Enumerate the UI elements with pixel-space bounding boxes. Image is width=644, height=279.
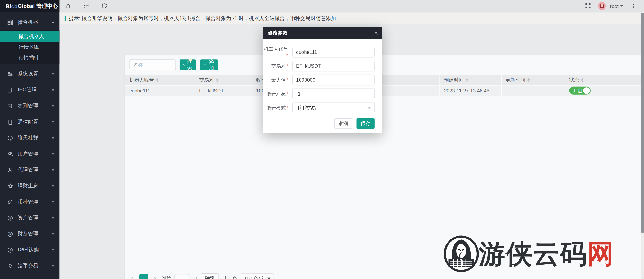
cancel-button[interactable]: 取消 bbox=[334, 118, 352, 129]
field-target: 撮合对象* bbox=[263, 89, 382, 99]
scrollbar-thumb[interactable] bbox=[641, 13, 644, 233]
sidebar-item-assets[interactable]: $ 资产管理 bbox=[0, 210, 59, 226]
field-pair: 交易对* bbox=[263, 61, 382, 71]
fullscreen-icon[interactable] bbox=[582, 0, 594, 12]
clock-icon bbox=[7, 247, 13, 253]
notice-accent-bar bbox=[65, 16, 66, 21]
required-mark: * bbox=[286, 53, 288, 59]
svg-text:$: $ bbox=[9, 216, 11, 220]
column-header-pair[interactable]: 交易对 bbox=[195, 75, 252, 85]
sort-icon[interactable] bbox=[466, 78, 468, 82]
sidebar-item-checkin[interactable]: 签到管理 bbox=[0, 98, 59, 114]
notice-text: 提示: 撮合引擎说明，撮合对象为账号时，机器人1对1撮合，撮合对象为 -1 时，… bbox=[68, 15, 336, 22]
sidebar-item-finance[interactable]: ¥ 财务管理 bbox=[0, 226, 59, 242]
sort-icon[interactable] bbox=[156, 78, 158, 82]
sidebar-item-pin[interactable]: 行情插针 bbox=[0, 53, 59, 63]
save-button[interactable]: 保存 bbox=[356, 118, 374, 129]
field-robot-account: 机器人账号* bbox=[263, 47, 382, 57]
home-icon[interactable] bbox=[62, 0, 75, 12]
modal-body: 机器人账号* 交易对* 最大值* 撮合对象* 撮合模式* 币币交易 bbox=[263, 39, 382, 113]
column-header-created[interactable]: 创建时间 bbox=[440, 75, 502, 85]
column-header-account[interactable]: 机器人账号 bbox=[125, 75, 195, 85]
sort-icon[interactable] bbox=[527, 78, 530, 82]
pair-input[interactable] bbox=[292, 61, 375, 71]
search-input[interactable] bbox=[129, 59, 176, 70]
plus-icon bbox=[204, 62, 207, 67]
table-row: cuohe111 ETH/USDT 1000000 -1 2023-11-27 … bbox=[125, 86, 644, 96]
sidebar-item-users[interactable]: 用户管理 bbox=[0, 146, 59, 162]
chevron-down-icon bbox=[51, 233, 54, 235]
edit-params-modal: 修改参数 × 机器人账号* 交易对* 最大值* 撮合对象* 撮合模式* bbox=[263, 27, 382, 133]
vertical-scrollbar[interactable] bbox=[641, 12, 644, 279]
yen-icon: ¥ bbox=[7, 231, 13, 237]
search-button[interactable]: 搜索 bbox=[180, 59, 196, 70]
chevron-down-icon bbox=[51, 201, 54, 203]
close-icon[interactable]: × bbox=[374, 30, 378, 36]
modal-title: 修改参数 bbox=[268, 29, 374, 36]
user-menu[interactable]: root bbox=[610, 3, 624, 9]
refresh-icon[interactable] bbox=[98, 0, 111, 12]
cell-status: 开启 bbox=[565, 86, 629, 96]
goto-page-input[interactable] bbox=[174, 274, 189, 279]
sidebar-item-kline[interactable]: 行情 K线 bbox=[0, 42, 59, 52]
sidebar-item-coins[interactable]: 币种管理 bbox=[0, 194, 59, 210]
modal-footer: 取消 保存 bbox=[334, 118, 375, 129]
star-icon bbox=[7, 183, 13, 189]
table-header: 机器人账号 交易对 数量最大值 撮合对象 bbox=[125, 75, 644, 85]
column-header-status[interactable]: 状态 bbox=[565, 75, 629, 85]
doc-edit-icon bbox=[7, 87, 13, 93]
chevron-down-icon bbox=[267, 277, 270, 279]
sliders-icon bbox=[7, 71, 13, 77]
goto-suffix: 页 bbox=[193, 275, 198, 279]
status-toggle[interactable]: 开启 bbox=[569, 87, 591, 95]
next-page-icon[interactable] bbox=[151, 274, 158, 279]
sidebar-item-communication[interactable]: 通信配置 bbox=[0, 114, 59, 130]
chevron-down-icon bbox=[51, 169, 54, 171]
sidebar-item-matching-robot[interactable]: 撮合机器人 bbox=[0, 31, 59, 42]
sidebar-item-wealth[interactable]: 理财生息 bbox=[0, 178, 59, 194]
user-icon bbox=[7, 167, 13, 173]
sidebar-submenu: 撮合机器人 行情 K线 行情插针 bbox=[0, 30, 59, 64]
sidebar-nav: 撮合机器 撮合机器人 行情 K线 行情插针 系统设置 bbox=[0, 12, 59, 279]
more-vertical-icon[interactable] bbox=[628, 0, 640, 12]
chevron-down-icon bbox=[51, 73, 54, 75]
avatar[interactable] bbox=[598, 2, 606, 10]
chevron-up-icon bbox=[51, 21, 54, 23]
column-header-mode bbox=[377, 75, 440, 85]
page-size-select[interactable]: 100 条/页 bbox=[241, 273, 274, 279]
chevron-down-icon bbox=[620, 5, 623, 7]
page-number[interactable]: 1 bbox=[139, 274, 148, 279]
sort-icon[interactable] bbox=[216, 78, 218, 82]
match-mode-select[interactable]: 币币交易 bbox=[292, 102, 375, 113]
cell-created: 2023-11-27 13:46:46 bbox=[440, 86, 502, 96]
robot-account-input[interactable] bbox=[292, 47, 375, 57]
column-header-updated[interactable]: 更新时间 bbox=[501, 75, 565, 85]
sidebar-item-matching-engine[interactable]: 撮合机器 bbox=[0, 14, 59, 30]
menu-fold-icon[interactable] bbox=[80, 0, 93, 12]
max-value-input[interactable] bbox=[292, 75, 375, 85]
cell-updated bbox=[501, 86, 565, 96]
prev-page-icon[interactable] bbox=[129, 274, 136, 279]
sidebar-item-fiat[interactable]: 法币交易 bbox=[0, 258, 59, 274]
chevron-down-icon bbox=[51, 121, 54, 123]
match-target-input[interactable] bbox=[292, 89, 375, 99]
field-max: 最大值* bbox=[263, 75, 382, 85]
doc-check-icon bbox=[7, 103, 13, 109]
chevron-down-icon bbox=[367, 107, 371, 109]
admin-page: Bico Global 管理中心 撮合机器 撮合机器人 行情 K线 行情插针 bbox=[0, 0, 644, 279]
sidebar-item-ieo[interactable]: IEO管理 bbox=[0, 82, 59, 98]
sidebar-item-defi[interactable]: DeFi认购 bbox=[0, 242, 59, 258]
sidebar-item-chat[interactable]: 聊天社群 bbox=[0, 130, 59, 146]
add-button[interactable]: 添加 bbox=[200, 59, 218, 70]
sidebar-item-system-settings[interactable]: 系统设置 bbox=[0, 66, 59, 82]
confirm-button[interactable]: 确定 bbox=[201, 273, 219, 279]
flame-icon bbox=[7, 263, 13, 269]
chevron-down-icon bbox=[51, 137, 54, 139]
users-icon bbox=[7, 151, 13, 157]
modal-header: 修改参数 × bbox=[263, 27, 382, 39]
logo-text: Bi bbox=[6, 3, 11, 9]
required-mark: * bbox=[286, 63, 288, 69]
sidebar-item-agents[interactable]: 代理管理 bbox=[0, 162, 59, 178]
sort-icon[interactable] bbox=[581, 78, 584, 82]
app-logo: Bico Global 管理中心 bbox=[0, 0, 59, 12]
